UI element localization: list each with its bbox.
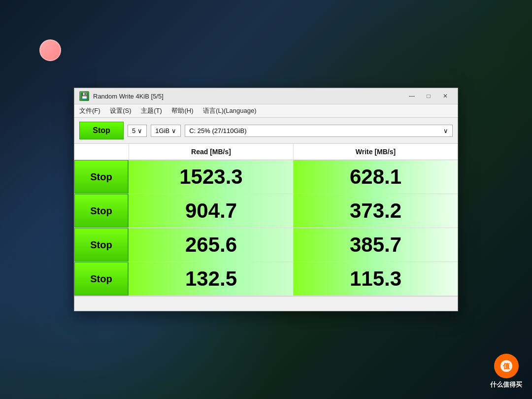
status-bar: [74, 296, 458, 311]
svg-text:值: 值: [502, 362, 510, 370]
menu-file[interactable]: 文件(F): [79, 107, 100, 114]
passes-dropdown[interactable]: 5 ∨: [128, 125, 147, 137]
bench-row-3: Stop 265.6 385.7: [74, 228, 458, 262]
write-value-4: 115.3: [293, 262, 458, 296]
read-value-1: 1523.3: [129, 160, 293, 194]
maximize-button[interactable]: □: [421, 91, 436, 101]
menu-settings[interactable]: 设置(S): [110, 107, 131, 114]
read-value-3: 265.6: [129, 228, 293, 262]
write-value-1: 628.1: [293, 160, 458, 194]
window-title: Random Write 4KiB [5/5]: [93, 93, 164, 100]
drive-value: C: 25% (27/110GiB): [189, 127, 246, 134]
stop-button-1[interactable]: Stop: [74, 160, 129, 194]
app-window: 💾 Random Write 4KiB [5/5] — □ ✕ 文件(F) 设置…: [74, 88, 458, 311]
bench-row-2: Stop 904.7 373.2: [74, 194, 458, 228]
menu-help[interactable]: 帮助(H): [171, 107, 193, 114]
read-value-4: 132.5: [129, 262, 293, 296]
stop-main-button[interactable]: Stop: [79, 122, 124, 139]
window-controls: — □ ✕: [404, 91, 453, 101]
stop-button-2[interactable]: Stop: [74, 194, 129, 228]
passes-value: 5: [132, 127, 135, 134]
passes-arrow-icon: ∨: [137, 127, 142, 134]
menu-bar: 文件(F) 设置(S) 主题(T) 帮助(H) 语言(L)(Language): [74, 104, 458, 118]
column-headers: Read [MB/s] Write [MB/s]: [74, 144, 458, 160]
close-button[interactable]: ✕: [438, 91, 453, 101]
stop-button-4[interactable]: Stop: [74, 262, 129, 296]
read-value-2: 904.7: [129, 194, 293, 228]
write-header: Write [MB/s]: [293, 144, 458, 160]
watermark-icon: 值: [494, 354, 519, 378]
avatar: [39, 39, 61, 61]
watermark: 值 什么值得买: [490, 354, 522, 389]
title-bar-left: 💾 Random Write 4KiB [5/5]: [79, 91, 164, 101]
write-value-3: 385.7: [293, 228, 458, 262]
minimize-button[interactable]: —: [404, 91, 419, 101]
menu-theme[interactable]: 主题(T): [141, 107, 162, 114]
drive-arrow-icon: ∨: [443, 127, 448, 134]
watermark-text: 什么值得买: [490, 380, 522, 389]
read-header: Read [MB/s]: [129, 144, 293, 160]
title-bar: 💾 Random Write 4KiB [5/5] — □ ✕: [74, 88, 458, 104]
header-spacer: [74, 144, 129, 160]
stop-button-3[interactable]: Stop: [74, 228, 129, 262]
bench-row-1: Stop 1523.3 628.1: [74, 160, 458, 194]
benchmark-content: Read [MB/s] Write [MB/s] Stop 1523.3 628…: [74, 144, 458, 296]
watermark-logo-svg: 值: [499, 359, 513, 373]
app-icon: 💾: [79, 91, 89, 101]
bench-row-4: Stop 132.5 115.3: [74, 262, 458, 296]
drive-dropdown[interactable]: C: 25% (27/110GiB) ∨: [185, 125, 453, 137]
menu-language[interactable]: 语言(L)(Language): [203, 107, 256, 114]
size-dropdown[interactable]: 1GiB ∨: [151, 125, 181, 137]
size-arrow-icon: ∨: [171, 127, 176, 134]
write-value-2: 373.2: [293, 194, 458, 228]
size-value: 1GiB: [155, 127, 169, 134]
toolbar: Stop 5 ∨ 1GiB ∨ C: 25% (27/110GiB) ∨: [74, 118, 458, 144]
